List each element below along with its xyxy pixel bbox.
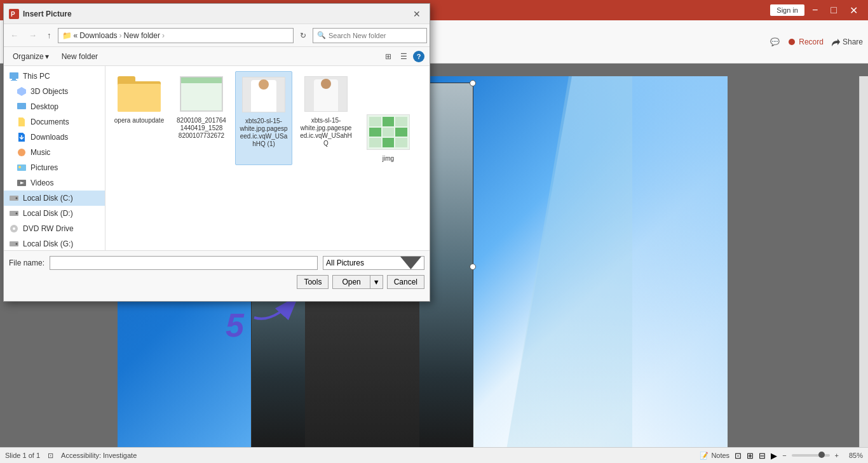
comment-button[interactable]: 💬 (770, 37, 780, 46)
sidebar-item-localdiskc[interactable]: Local Disk (C:) (4, 191, 105, 206)
green-cell (395, 117, 407, 126)
downloads-icon (17, 132, 27, 142)
tools-button[interactable]: Tools (297, 275, 329, 289)
sidebar-item-pictures[interactable]: Pictures (4, 160, 105, 175)
sidebar-label-3dobjects: 3D Objects (31, 87, 68, 96)
cancel-button[interactable]: Cancel (387, 275, 424, 289)
sidebar-item-desktop[interactable]: Desktop (4, 99, 105, 114)
breadcrumb-separator: « (74, 31, 78, 40)
new-folder-button[interactable]: New folder (58, 50, 102, 63)
breadcrumb-downloads[interactable]: Downloads (79, 31, 117, 40)
slide-scrollbar[interactable] (859, 76, 868, 457)
sidebar-label-localdiskd: Local Disk (D:) (23, 209, 73, 218)
sidebar-label-dvd: DVD RW Drive (23, 224, 74, 233)
view-reading-button[interactable]: ⊟ (759, 451, 766, 460)
img1-name: xbts20-sl-15-white.jpg.pagespeed.ic.vqW_… (238, 117, 289, 148)
sidebar-item-thispc[interactable]: This PC (4, 69, 105, 84)
notes-icon: 📝 (700, 452, 709, 460)
nav-back-button[interactable]: ← (6, 28, 22, 43)
green-cell (383, 117, 395, 126)
breadcrumb-icon: 📁 (62, 31, 72, 40)
zoom-slider[interactable] (792, 454, 830, 457)
filename-label: File name: (9, 258, 44, 267)
folder1-thumb (116, 74, 162, 114)
pictures-icon (17, 163, 27, 173)
svg-point-0 (789, 39, 795, 45)
dialog-close-button[interactable]: ✕ (409, 6, 424, 22)
share-button[interactable]: Share (831, 37, 863, 46)
sheet-cell (201, 83, 212, 89)
dialog-body: This PC 3D Objects Desktop Documents Dow… (4, 66, 430, 250)
person-head2 (321, 79, 331, 89)
sidebar-item-downloads[interactable]: Downloads (4, 130, 105, 145)
breadcrumb-chevron1: › (119, 31, 122, 40)
organize-button[interactable]: Organize ▾ (9, 50, 53, 63)
sidebar-label-desktop: Desktop (31, 102, 58, 111)
view-slideshow-button[interactable]: ▶ (771, 451, 777, 460)
file-item-spreadsheet[interactable]: 8200108_201764 1440419_1528 820010773267… (173, 71, 230, 165)
file-item-folder1[interactable]: opera autoupdate (111, 71, 168, 165)
sheet-cell (212, 77, 222, 83)
minimize-button[interactable]: − (807, 2, 823, 18)
videos-icon (17, 178, 27, 188)
dialog-title-area: P Insert Picture (9, 9, 72, 19)
sheet-cell (181, 88, 191, 94)
close-button[interactable]: ✕ (844, 2, 863, 19)
breadcrumb-newfolder[interactable]: New folder (124, 31, 160, 40)
refresh-button[interactable]: ↻ (296, 29, 310, 43)
breadcrumb-bar[interactable]: 📁 « Downloads › New folder › (58, 28, 294, 43)
insert-picture-dialog: P Insert Picture ✕ ← → ↑ 📁 « Downloads ›… (3, 3, 430, 302)
sheet-cell (191, 105, 201, 111)
open-dropdown-button[interactable]: ▼ (370, 275, 383, 289)
view-normal-button[interactable]: ⊡ (735, 451, 742, 460)
slide-info: Slide 1 of 1 (5, 452, 40, 459)
sheet-cell (201, 100, 212, 105)
sheet-cell (181, 77, 191, 83)
sheet-cell (181, 83, 191, 89)
record-button[interactable]: Record (787, 37, 824, 46)
sidebar-item-localdiskg[interactable]: Local Disk (G:) (4, 236, 105, 250)
sheet-cell (191, 100, 201, 105)
zoom-level[interactable]: 85% (844, 452, 863, 459)
file-item-img1[interactable]: xbts20-sl-15-white.jpg.pagespeed.ic.vqW_… (235, 71, 292, 165)
sheet-cell (212, 88, 222, 94)
folder1-name: opera autoupdate (114, 117, 164, 124)
view-slide-sorter-button[interactable]: ⊞ (747, 451, 754, 460)
sidebar-item-documents[interactable]: Documents (4, 114, 105, 130)
nav-up-button[interactable]: ↑ (43, 28, 55, 43)
filename-input[interactable] (50, 256, 318, 270)
sidebar-item-3dobjects[interactable]: 3D Objects (4, 84, 105, 99)
sidebar-label-pictures: Pictures (31, 163, 58, 172)
open-button[interactable]: Open (332, 275, 369, 289)
sidebar-item-localdiskd[interactable]: Local Disk (D:) (4, 206, 105, 221)
zoom-plus[interactable]: + (835, 452, 839, 459)
file-item-greengrid[interactable]: jimg (360, 109, 417, 165)
signin-button[interactable]: Sign in (770, 4, 804, 16)
img1-thumbnail (242, 77, 285, 112)
help-button[interactable]: ? (413, 51, 424, 62)
green-cell (369, 138, 381, 147)
music-icon (17, 147, 27, 158)
notes-button[interactable]: 📝 Notes (700, 452, 729, 460)
statusbar-right: 📝 Notes ⊡ ⊞ ⊟ ▶ − + 85% (700, 451, 863, 460)
maximize-button[interactable]: □ (825, 2, 842, 18)
dialog-overlay: P Insert Picture ✕ ← → ↑ 📁 « Downloads ›… (0, 0, 432, 305)
sidebar-item-music[interactable]: Music (4, 145, 105, 160)
accessibility-label[interactable]: Accessibility: Investigate (61, 452, 137, 459)
img2-thumbnail (304, 76, 348, 112)
zoom-minus[interactable]: − (782, 452, 786, 459)
sidebar-item-videos[interactable]: Videos (4, 175, 105, 191)
sheet-cell (191, 77, 201, 83)
nav-forward-button[interactable]: → (25, 28, 41, 43)
view-details-button[interactable]: ☰ (397, 50, 410, 63)
sheet-cell (201, 88, 212, 94)
view-layout-button[interactable]: ⊞ (382, 50, 395, 63)
open-button-group: Open ▼ (332, 275, 383, 289)
sidebar-label-music: Music (31, 148, 50, 157)
sidebar-item-dvd[interactable]: DVD RW Drive (4, 221, 105, 236)
search-input[interactable] (329, 32, 423, 39)
filetype-select[interactable]: All Pictures All Files JPEG PNG BMP GIF (323, 256, 424, 270)
file-item-img2[interactable]: xbts-sl-15-white.jpg.pagespeed.ic.vqW_US… (297, 71, 355, 165)
zoom-thumb (818, 452, 825, 458)
ribbon-actions: 💬 Record Share (770, 37, 863, 46)
